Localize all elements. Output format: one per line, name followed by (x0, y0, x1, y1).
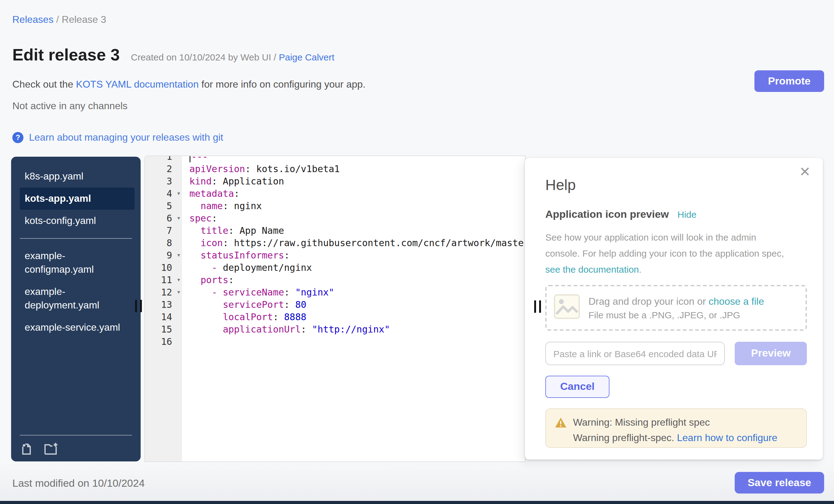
code-text[interactable]: ports: (182, 274, 234, 286)
file-list: k8s-app.yamlkots-app.yamlkots-config.yam… (11, 157, 141, 339)
dropzone-text: Drag and drop your icon or choose a file… (589, 296, 764, 320)
description-line-3: see the documentation. (545, 262, 807, 278)
file-item-example-service.yaml[interactable]: example-service.yaml (20, 316, 134, 339)
code-text[interactable]: - deployment/nginx (182, 262, 312, 274)
line-number: 7 (145, 224, 182, 237)
code-line: 16 (145, 335, 525, 348)
help-panel: ✕ Help Application icon preview Hide See… (525, 158, 823, 460)
dropzone-line2: File must be a .PNG, .JPEG, or .JPG (589, 309, 764, 320)
file-item-example-configmap.yaml[interactable]: example-configmap.yaml (20, 245, 134, 281)
code-text[interactable]: icon: https://raw.githubusercontent.com/… (182, 237, 526, 249)
code-line: 12▾ - serviceName: "nginx" (145, 286, 525, 299)
release-editor-page: Releases / Release 3 Edit release 3 Crea… (0, 0, 834, 504)
channel-status: Not active in any channels (12, 101, 128, 112)
breadcrumb-releases-link[interactable]: Releases (12, 14, 53, 25)
line-number: 6▾ (145, 212, 182, 224)
code-line: 7 title: App Name (145, 224, 525, 237)
created-info: Created on 10/10/2024 by Web UI / Paige … (131, 52, 334, 62)
code-text[interactable]: spec: (182, 212, 217, 224)
code-text[interactable]: metadata: (182, 188, 240, 200)
yaml-code-editor[interactable]: 1---2apiVersion: kots.io/v1beta13kind: A… (144, 155, 526, 462)
author-link[interactable]: Paige Calvert (279, 52, 334, 62)
code-line: 1--- (145, 155, 525, 163)
line-number: 15 (145, 323, 182, 335)
code-text[interactable]: localPort: 8888 (182, 311, 306, 323)
help-panel-title: Help (545, 176, 807, 194)
file-group-divider (20, 238, 132, 239)
code-line: 13 servicePort: 80 (145, 299, 525, 311)
file-item-example-deployment.yaml[interactable]: example-deployment.yaml (20, 281, 134, 316)
fold-toggle-icon[interactable]: ▾ (177, 188, 181, 200)
code-line: 15 applicationUrl: "http://nginx" (145, 323, 525, 335)
code-text[interactable]: title: App Name (182, 224, 284, 237)
cancel-button[interactable]: Cancel (545, 376, 610, 398)
line-number: 11▾ (145, 274, 182, 286)
doc-info-line: Check out the KOTS YAML documentation fo… (12, 79, 366, 90)
breadcrumb-separator: / (53, 14, 62, 25)
code-line: 11▾ ports: (145, 274, 525, 286)
fold-toggle-icon[interactable]: ▾ (177, 274, 181, 286)
dropzone-line1: Drag and drop your icon or (589, 296, 709, 306)
see-documentation-link[interactable]: see the documentation (545, 264, 639, 275)
code-line: 8 icon: https://raw.githubusercontent.co… (145, 237, 525, 249)
file-item-k8s-app.yaml[interactable]: k8s-app.yaml (20, 165, 134, 188)
line-number: 5 (145, 200, 182, 212)
learn-configure-link[interactable]: Learn how to configure (677, 433, 777, 443)
save-release-button[interactable]: Save release (735, 472, 824, 494)
bottom-edge-strip (0, 501, 834, 504)
close-icon[interactable]: ✕ (799, 165, 811, 179)
fold-toggle-icon[interactable]: ▾ (177, 286, 181, 299)
code-text[interactable] (182, 335, 190, 348)
warning-title: Warning: Missing preflight spec (573, 417, 710, 428)
line-number: 1 (145, 155, 182, 163)
line-number: 4▾ (145, 188, 182, 200)
code-line: 4▾metadata: (145, 188, 525, 200)
code-line: 5 name: nginx (145, 200, 525, 212)
git-releases-link[interactable]: Learn about managing your releases with … (29, 132, 223, 143)
hide-link[interactable]: Hide (678, 209, 697, 220)
code-text[interactable]: name: nginx (182, 200, 262, 212)
preview-button[interactable]: Preview (735, 342, 807, 365)
created-text: Created on 10/10/2024 by Web UI / (131, 52, 279, 62)
code-text[interactable]: --- (182, 155, 208, 163)
code-line: 9▾ statusInformers: (145, 249, 525, 262)
code-text[interactable]: kind: Application (182, 175, 284, 188)
question-circle-icon: ? (12, 132, 23, 143)
help-panel-resize-handle[interactable] (534, 301, 541, 313)
fold-toggle-icon[interactable]: ▾ (177, 249, 181, 262)
breadcrumb-current: Release 3 (62, 14, 106, 25)
sidebar-resize-handle[interactable] (135, 300, 142, 312)
icon-preview-description: See how your application icon will look … (545, 229, 807, 278)
line-number: 8 (145, 237, 182, 249)
code-text[interactable]: apiVersion: kots.io/v1beta1 (182, 163, 340, 175)
image-placeholder-icon (554, 294, 580, 322)
line-number: 2 (145, 163, 182, 175)
file-item-kots-config.yaml[interactable]: kots-config.yaml (20, 210, 134, 232)
file-item-kots-app.yaml[interactable]: kots-app.yaml (20, 188, 134, 210)
new-file-icon[interactable] (20, 442, 33, 455)
line-number: 14 (145, 311, 182, 323)
code-text[interactable]: - serviceName: "nginx" (182, 286, 334, 299)
code-text[interactable]: applicationUrl: "http://nginx" (182, 323, 390, 335)
code-line: 10 - deployment/nginx (145, 262, 525, 274)
line-number: 10 (145, 262, 182, 274)
preflight-warning-box: Warning: Missing preflight spec Warning … (545, 409, 807, 448)
choose-file-link[interactable]: choose a file (709, 296, 764, 306)
icon-url-row: Preview (545, 342, 807, 365)
line-number: 12▾ (145, 286, 182, 299)
code-text[interactable]: statusInformers: (182, 249, 290, 262)
warning-detail: Warning preflight-spec. Learn how to con… (554, 433, 797, 443)
warning-triangle-icon (554, 417, 567, 428)
editor-content: 1---2apiVersion: kots.io/v1beta13kind: A… (145, 155, 525, 348)
fold-toggle-icon[interactable]: ▾ (177, 212, 181, 224)
breadcrumb: Releases / Release 3 (12, 14, 106, 25)
new-folder-icon[interactable] (43, 442, 57, 455)
promote-button[interactable]: Promote (754, 70, 824, 92)
icon-dropzone[interactable]: Drag and drop your icon or choose a file… (545, 285, 807, 331)
icon-url-input[interactable] (545, 342, 725, 365)
file-sidebar: k8s-app.yamlkots-app.yamlkots-config.yam… (11, 157, 141, 461)
description-line-1: See how your application icon will look … (545, 229, 807, 245)
kots-yaml-doc-link[interactable]: KOTS YAML documentation (76, 79, 199, 89)
code-text[interactable]: servicePort: 80 (182, 299, 306, 311)
code-line: 6▾spec: (145, 212, 525, 224)
